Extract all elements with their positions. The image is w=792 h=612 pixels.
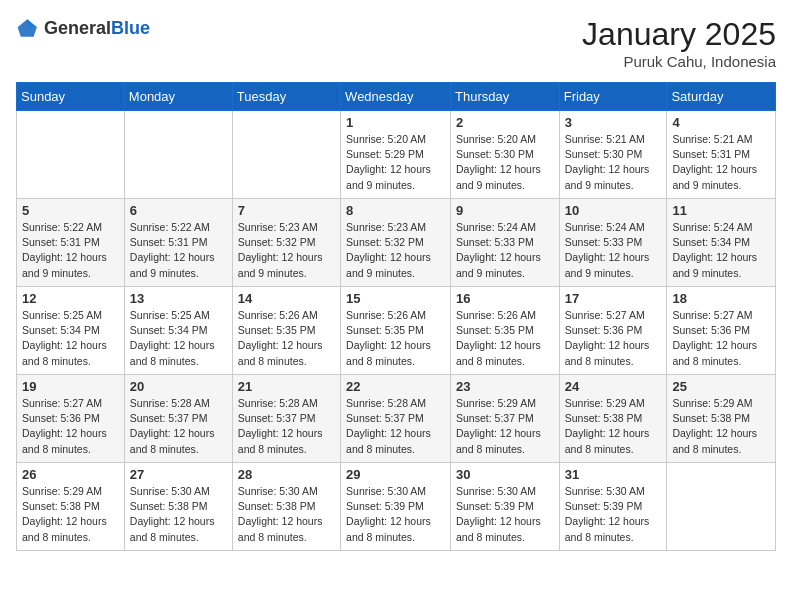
day-number: 10 [565,203,662,218]
day-number: 7 [238,203,335,218]
day-info: Sunrise: 5:29 AMSunset: 5:37 PMDaylight:… [456,396,554,457]
week-row-1: 1Sunrise: 5:20 AMSunset: 5:29 PMDaylight… [17,111,776,199]
weekday-header-row: SundayMondayTuesdayWednesdayThursdayFrid… [17,83,776,111]
day-info: Sunrise: 5:30 AMSunset: 5:38 PMDaylight:… [238,484,335,545]
day-number: 27 [130,467,227,482]
day-number: 20 [130,379,227,394]
day-info: Sunrise: 5:27 AMSunset: 5:36 PMDaylight:… [22,396,119,457]
day-info: Sunrise: 5:26 AMSunset: 5:35 PMDaylight:… [346,308,445,369]
calendar-cell: 24Sunrise: 5:29 AMSunset: 5:38 PMDayligh… [559,375,667,463]
day-info: Sunrise: 5:20 AMSunset: 5:29 PMDaylight:… [346,132,445,193]
calendar-cell: 16Sunrise: 5:26 AMSunset: 5:35 PMDayligh… [451,287,560,375]
svg-marker-1 [27,19,37,27]
day-info: Sunrise: 5:30 AMSunset: 5:38 PMDaylight:… [130,484,227,545]
calendar-cell: 23Sunrise: 5:29 AMSunset: 5:37 PMDayligh… [451,375,560,463]
day-number: 18 [672,291,770,306]
logo-icon [16,16,40,40]
month-title: January 2025 [582,16,776,53]
calendar-cell: 17Sunrise: 5:27 AMSunset: 5:36 PMDayligh… [559,287,667,375]
week-row-3: 12Sunrise: 5:25 AMSunset: 5:34 PMDayligh… [17,287,776,375]
day-number: 22 [346,379,445,394]
calendar-cell: 29Sunrise: 5:30 AMSunset: 5:39 PMDayligh… [341,463,451,551]
day-number: 13 [130,291,227,306]
calendar-cell: 11Sunrise: 5:24 AMSunset: 5:34 PMDayligh… [667,199,776,287]
calendar-cell: 18Sunrise: 5:27 AMSunset: 5:36 PMDayligh… [667,287,776,375]
day-info: Sunrise: 5:29 AMSunset: 5:38 PMDaylight:… [22,484,119,545]
page-header: GeneralBlue January 2025 Puruk Cahu, Ind… [16,16,776,70]
day-info: Sunrise: 5:28 AMSunset: 5:37 PMDaylight:… [130,396,227,457]
calendar-cell: 9Sunrise: 5:24 AMSunset: 5:33 PMDaylight… [451,199,560,287]
calendar-cell: 19Sunrise: 5:27 AMSunset: 5:36 PMDayligh… [17,375,125,463]
calendar-cell: 30Sunrise: 5:30 AMSunset: 5:39 PMDayligh… [451,463,560,551]
day-info: Sunrise: 5:23 AMSunset: 5:32 PMDaylight:… [346,220,445,281]
day-number: 30 [456,467,554,482]
day-number: 26 [22,467,119,482]
day-number: 21 [238,379,335,394]
day-info: Sunrise: 5:29 AMSunset: 5:38 PMDaylight:… [565,396,662,457]
day-info: Sunrise: 5:23 AMSunset: 5:32 PMDaylight:… [238,220,335,281]
day-info: Sunrise: 5:21 AMSunset: 5:30 PMDaylight:… [565,132,662,193]
calendar-cell: 1Sunrise: 5:20 AMSunset: 5:29 PMDaylight… [341,111,451,199]
day-info: Sunrise: 5:27 AMSunset: 5:36 PMDaylight:… [672,308,770,369]
calendar-cell: 5Sunrise: 5:22 AMSunset: 5:31 PMDaylight… [17,199,125,287]
weekday-header-sunday: Sunday [17,83,125,111]
calendar-cell: 21Sunrise: 5:28 AMSunset: 5:37 PMDayligh… [232,375,340,463]
day-info: Sunrise: 5:25 AMSunset: 5:34 PMDaylight:… [22,308,119,369]
day-info: Sunrise: 5:24 AMSunset: 5:33 PMDaylight:… [565,220,662,281]
calendar-cell: 20Sunrise: 5:28 AMSunset: 5:37 PMDayligh… [124,375,232,463]
week-row-2: 5Sunrise: 5:22 AMSunset: 5:31 PMDaylight… [17,199,776,287]
logo-general: General [44,18,111,38]
calendar-cell: 7Sunrise: 5:23 AMSunset: 5:32 PMDaylight… [232,199,340,287]
day-number: 6 [130,203,227,218]
weekday-header-tuesday: Tuesday [232,83,340,111]
day-info: Sunrise: 5:30 AMSunset: 5:39 PMDaylight:… [565,484,662,545]
calendar-cell: 26Sunrise: 5:29 AMSunset: 5:38 PMDayligh… [17,463,125,551]
calendar-table: SundayMondayTuesdayWednesdayThursdayFrid… [16,82,776,551]
day-info: Sunrise: 5:29 AMSunset: 5:38 PMDaylight:… [672,396,770,457]
day-info: Sunrise: 5:24 AMSunset: 5:33 PMDaylight:… [456,220,554,281]
calendar-cell: 31Sunrise: 5:30 AMSunset: 5:39 PMDayligh… [559,463,667,551]
calendar-cell: 27Sunrise: 5:30 AMSunset: 5:38 PMDayligh… [124,463,232,551]
day-info: Sunrise: 5:25 AMSunset: 5:34 PMDaylight:… [130,308,227,369]
calendar-cell: 14Sunrise: 5:26 AMSunset: 5:35 PMDayligh… [232,287,340,375]
day-number: 12 [22,291,119,306]
day-number: 11 [672,203,770,218]
calendar-cell: 2Sunrise: 5:20 AMSunset: 5:30 PMDaylight… [451,111,560,199]
day-number: 28 [238,467,335,482]
location-title: Puruk Cahu, Indonesia [582,53,776,70]
day-info: Sunrise: 5:22 AMSunset: 5:31 PMDaylight:… [22,220,119,281]
calendar-cell [124,111,232,199]
day-info: Sunrise: 5:30 AMSunset: 5:39 PMDaylight:… [456,484,554,545]
day-info: Sunrise: 5:28 AMSunset: 5:37 PMDaylight:… [346,396,445,457]
day-number: 19 [22,379,119,394]
day-info: Sunrise: 5:22 AMSunset: 5:31 PMDaylight:… [130,220,227,281]
weekday-header-friday: Friday [559,83,667,111]
calendar-cell: 13Sunrise: 5:25 AMSunset: 5:34 PMDayligh… [124,287,232,375]
day-info: Sunrise: 5:30 AMSunset: 5:39 PMDaylight:… [346,484,445,545]
calendar-cell: 4Sunrise: 5:21 AMSunset: 5:31 PMDaylight… [667,111,776,199]
calendar-cell: 25Sunrise: 5:29 AMSunset: 5:38 PMDayligh… [667,375,776,463]
calendar-cell: 12Sunrise: 5:25 AMSunset: 5:34 PMDayligh… [17,287,125,375]
day-number: 2 [456,115,554,130]
day-number: 5 [22,203,119,218]
day-number: 15 [346,291,445,306]
calendar-cell: 8Sunrise: 5:23 AMSunset: 5:32 PMDaylight… [341,199,451,287]
weekday-header-saturday: Saturday [667,83,776,111]
title-block: January 2025 Puruk Cahu, Indonesia [582,16,776,70]
day-number: 24 [565,379,662,394]
calendar-cell [17,111,125,199]
day-number: 16 [456,291,554,306]
day-number: 9 [456,203,554,218]
day-number: 31 [565,467,662,482]
calendar-cell: 6Sunrise: 5:22 AMSunset: 5:31 PMDaylight… [124,199,232,287]
day-number: 29 [346,467,445,482]
day-info: Sunrise: 5:26 AMSunset: 5:35 PMDaylight:… [456,308,554,369]
calendar-cell: 22Sunrise: 5:28 AMSunset: 5:37 PMDayligh… [341,375,451,463]
day-number: 3 [565,115,662,130]
weekday-header-thursday: Thursday [451,83,560,111]
day-info: Sunrise: 5:24 AMSunset: 5:34 PMDaylight:… [672,220,770,281]
day-number: 4 [672,115,770,130]
weekday-header-wednesday: Wednesday [341,83,451,111]
weekday-header-monday: Monday [124,83,232,111]
day-number: 14 [238,291,335,306]
